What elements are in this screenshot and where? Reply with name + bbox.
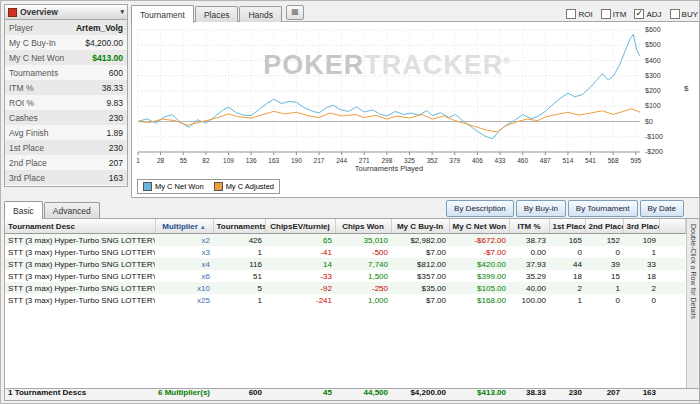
- by-tournament-button[interactable]: By Tournament: [568, 200, 638, 217]
- column-header-third[interactable]: 3rd Place: [623, 219, 659, 234]
- checkbox-box[interactable]: [566, 9, 576, 19]
- cell-desc: STT (3 max) Hyper-Turbo SNG LOTTERY: [5, 270, 155, 282]
- overview-label: Avg Finish: [9, 128, 49, 138]
- cell-buyin: $357.00: [391, 270, 449, 282]
- column-header-tournaments[interactable]: Tournaments: [213, 219, 265, 234]
- column-header-net_won[interactable]: My C Net Won: [449, 219, 509, 234]
- cell-tournaments: 116: [213, 258, 265, 270]
- cell-second: 15: [585, 270, 623, 282]
- svg-text:352: 352: [427, 157, 438, 164]
- results-tabs: BasicAdvanced: [4, 201, 101, 218]
- checkbox-buy[interactable]: BUY: [670, 9, 698, 19]
- cell-second: 152: [585, 234, 623, 247]
- svg-text:136: 136: [246, 157, 257, 164]
- cell-_fill: [659, 294, 685, 306]
- tab-tournament[interactable]: Tournament: [131, 5, 194, 23]
- legend-swatch: [143, 182, 152, 191]
- svg-text:$500: $500: [645, 41, 661, 48]
- tab-basic[interactable]: Basic: [4, 201, 43, 219]
- column-header-buyin[interactable]: My C Buy-In: [391, 219, 449, 234]
- tab-places[interactable]: Places: [195, 6, 239, 22]
- cell-chipsev: -241: [265, 294, 335, 306]
- sort-asc-icon: ▲: [200, 224, 206, 230]
- checkbox-itm[interactable]: ITM: [601, 9, 627, 19]
- collapse-caret-icon[interactable]: ▾: [120, 8, 124, 16]
- cell-first: 2: [549, 282, 585, 294]
- svg-text:595: 595: [630, 157, 641, 164]
- by-buy-in-button[interactable]: By Buy-in: [516, 200, 566, 217]
- svg-text:433: 433: [495, 157, 506, 164]
- svg-text:$300: $300: [645, 72, 661, 79]
- overview-row: ITM %38.33: [5, 80, 127, 95]
- legend-swatch: [214, 182, 223, 191]
- cell-_fill: [659, 270, 685, 282]
- cell-chipsev: 65: [265, 234, 335, 247]
- column-header-first[interactable]: 1st Place: [549, 219, 585, 234]
- checkbox-box[interactable]: [634, 9, 644, 19]
- cell-first: 1: [549, 294, 585, 306]
- cell-itm: 100.00: [509, 294, 549, 306]
- cell-chips_won: 7,740: [335, 258, 391, 270]
- svg-text:379: 379: [449, 157, 460, 164]
- cell-multiplier: x4: [155, 258, 213, 270]
- table-row[interactable]: STT (3 max) Hyper-Turbo SNG LOTTERYx105-…: [5, 282, 685, 294]
- svg-text:$100: $100: [645, 102, 661, 109]
- cell-chips_won: 1,500: [335, 270, 391, 282]
- cell-itm: 35.29: [509, 270, 549, 282]
- checkbox-label: ITM: [613, 10, 627, 19]
- tab-hands[interactable]: Hands: [239, 6, 282, 22]
- table-header-row: Tournament DescMultiplier▲TournamentsChi…: [5, 219, 685, 234]
- cell-desc: STT (3 max) Hyper-Turbo SNG LOTTERY: [5, 294, 155, 306]
- chart-style-icon[interactable]: ▦: [286, 5, 304, 20]
- overview-label: Player: [9, 23, 33, 33]
- cell-net_won: -$7.00: [449, 246, 509, 258]
- overview-label: 2nd Place: [9, 158, 47, 168]
- overview-icon: [8, 8, 17, 17]
- by-description-button[interactable]: By Description: [446, 200, 514, 217]
- checkbox-roi[interactable]: ROI: [566, 9, 592, 19]
- column-header-second[interactable]: 2nd Place: [585, 219, 623, 234]
- cell-_fill: [659, 282, 685, 294]
- by-date-button[interactable]: By Date: [640, 200, 684, 217]
- overview-row: Avg Finish1.89: [5, 125, 127, 140]
- table-row[interactable]: STT (3 max) Hyper-Turbo SNG LOTTERYx31-4…: [5, 246, 685, 258]
- legend-item[interactable]: My C Net Won: [143, 182, 204, 191]
- legend-item[interactable]: My C Adjusted: [214, 182, 274, 191]
- cell-_fill: [659, 246, 685, 258]
- checkbox-adj[interactable]: ADJ: [634, 9, 661, 19]
- overview-value: 1.89: [106, 128, 123, 138]
- table-row[interactable]: STT (3 max) Hyper-Turbo SNG LOTTERYx4116…: [5, 258, 685, 270]
- overview-label: 1st Place: [9, 143, 44, 153]
- column-header-itm[interactable]: ITM %: [509, 219, 549, 234]
- checkbox-box[interactable]: [601, 9, 611, 19]
- overview-label: My C Buy-In: [9, 38, 56, 48]
- table-row[interactable]: STT (3 max) Hyper-Turbo SNG LOTTERYx2426…: [5, 234, 685, 247]
- svg-text:$200: $200: [645, 87, 661, 94]
- cell-first: 18: [549, 270, 585, 282]
- table-row[interactable]: STT (3 max) Hyper-Turbo SNG LOTTERYx251-…: [5, 294, 685, 306]
- svg-text:514: 514: [562, 157, 573, 164]
- cell-second: 0: [585, 294, 623, 306]
- svg-text:$400: $400: [645, 57, 661, 64]
- cell-tournaments: 1: [213, 246, 265, 258]
- results-table: Tournament DescMultiplier▲TournamentsChi…: [5, 219, 686, 306]
- svg-text:1: 1: [136, 157, 140, 164]
- svg-text:$: $: [684, 84, 689, 93]
- column-header-chips_won[interactable]: Chips Won: [335, 219, 391, 234]
- column-header-desc[interactable]: Tournament Desc: [5, 219, 155, 234]
- checkbox-label: BUY: [682, 10, 698, 19]
- cell-third: 0: [623, 294, 659, 306]
- svg-text:568: 568: [608, 157, 619, 164]
- cell-_fill: [659, 234, 685, 247]
- cell-net_won: -$672.00: [449, 234, 509, 247]
- overview-row: My C Net Won$413.00: [5, 50, 127, 65]
- column-header-chipsev[interactable]: ChipsEV/turniej: [265, 219, 335, 234]
- table-row[interactable]: STT (3 max) Hyper-Turbo SNG LOTTERYx651-…: [5, 270, 685, 282]
- column-header-multiplier[interactable]: Multiplier▲: [155, 219, 213, 234]
- tab-advanced[interactable]: Advanced: [44, 202, 100, 218]
- cell-buyin: $812.00: [391, 258, 449, 270]
- cell-third: 2: [623, 282, 659, 294]
- checkbox-box[interactable]: [670, 9, 680, 19]
- cell-tournaments: 1: [213, 294, 265, 306]
- svg-text:541: 541: [585, 157, 596, 164]
